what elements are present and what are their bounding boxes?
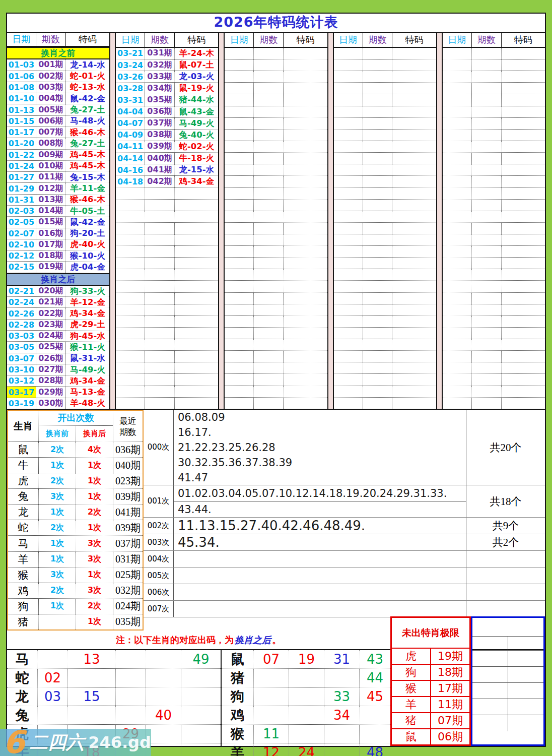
draw-date: 02-12 xyxy=(7,250,36,261)
empty-cell xyxy=(502,386,545,397)
draw-date: 04-04 xyxy=(116,106,145,117)
empty-cell xyxy=(363,130,393,141)
period-column-header: 期数 xyxy=(254,33,284,47)
empty-cell xyxy=(502,293,545,304)
empty-cell xyxy=(254,118,284,129)
empty-cell xyxy=(472,293,502,304)
frequency-row: 005次 xyxy=(144,568,545,584)
before-swap-header: 换肖前 xyxy=(39,426,76,442)
note-link[interactable]: 换肖之后 xyxy=(235,634,271,646)
empty-cell xyxy=(181,725,221,743)
period-column-header: 期数 xyxy=(36,33,66,46)
draw-row: 04-18042期鸡-34-金 xyxy=(116,176,218,187)
empty-cell xyxy=(284,48,327,59)
empty-cell xyxy=(284,153,327,164)
draw-period: 007期 xyxy=(36,127,66,138)
zodiac-name: 蛇 xyxy=(7,669,38,687)
empty-cell xyxy=(363,211,393,222)
empty-row xyxy=(116,234,218,246)
empty-row xyxy=(225,176,327,187)
empty-cell xyxy=(334,48,363,59)
empty-grid-row xyxy=(472,637,543,651)
empty-cell xyxy=(392,374,436,385)
watermark-domain[interactable]: 246.gd xyxy=(88,733,151,752)
draw-date: 03-17 xyxy=(7,387,36,397)
empty-cell xyxy=(502,328,545,339)
empty-row xyxy=(225,246,327,258)
frequency-row: 006次 xyxy=(144,584,545,601)
limit-row: 羊11期 xyxy=(392,697,469,713)
zodiac-name: 龙 xyxy=(8,505,39,520)
empty-row xyxy=(334,130,436,141)
draw-row: 02-10017期虎-40-火 xyxy=(7,239,109,250)
empty-cell xyxy=(472,258,502,269)
after-count: 1次 xyxy=(76,473,113,488)
frequency-numbers xyxy=(174,551,466,567)
empty-row xyxy=(443,187,545,199)
empty-cell xyxy=(38,650,68,668)
empty-cell xyxy=(254,386,284,397)
draw-period: 034期 xyxy=(145,83,175,94)
empty-cell xyxy=(175,223,218,234)
empty-cell xyxy=(289,706,324,724)
empty-cell xyxy=(472,176,502,187)
empty-row xyxy=(116,328,218,339)
empty-cell xyxy=(145,386,175,397)
empty-row xyxy=(334,234,436,246)
zodiac-stats-row: 牛1次1次040期 xyxy=(8,458,143,473)
empty-cell xyxy=(116,258,145,269)
empty-cell xyxy=(502,316,545,327)
empty-cell xyxy=(284,200,327,211)
draw-row: 04-09038期兔-40-火 xyxy=(116,130,218,141)
stats-band: 生肖 开出次数 换肖前 换肖后 最近 期数 鼠2次4次036期牛1次1次040期… xyxy=(7,410,545,631)
empty-cell xyxy=(116,304,145,316)
zodiac-name: 虎 xyxy=(8,473,39,488)
code-number: 02 xyxy=(38,669,68,687)
empty-cell xyxy=(443,398,472,409)
numbers-line: 16.17. xyxy=(178,425,466,440)
empty-row xyxy=(225,223,327,234)
empty-cell xyxy=(284,351,327,362)
empty-cell xyxy=(502,83,545,94)
empty-cell xyxy=(181,706,221,724)
empty-cell xyxy=(363,164,393,175)
limit-periods: 06期 xyxy=(431,729,469,744)
draw-code: 鸡-45-木 xyxy=(66,150,109,160)
draw-period: 012期 xyxy=(36,183,66,194)
empty-cell xyxy=(502,258,545,269)
draw-code: 狗-33-火 xyxy=(66,286,109,296)
watermark-six: 6 xyxy=(3,729,25,756)
watermark-brand: 二四六 xyxy=(30,730,84,755)
empty-cell xyxy=(443,130,472,141)
empty-grid-row xyxy=(472,699,543,715)
empty-cell xyxy=(284,211,327,222)
draw-period: 038期 xyxy=(145,130,175,141)
draw-period: 004期 xyxy=(36,93,66,104)
empty-cell xyxy=(392,71,436,82)
empty-cell xyxy=(472,715,508,731)
empty-cell xyxy=(254,130,284,141)
empty-row xyxy=(334,153,436,164)
empty-cell xyxy=(254,176,284,187)
draw-date: 03-03 xyxy=(7,331,36,341)
empty-row xyxy=(443,106,545,118)
numbers-line: 21.22.23.25.26.28 xyxy=(178,440,466,455)
watermark: 6 二四六 246.gd xyxy=(0,729,151,756)
numbers-line: 11.13.15.27.40.42.46.48.49. xyxy=(178,518,466,533)
empty-cell xyxy=(472,667,508,682)
draw-period: 011期 xyxy=(36,172,66,182)
zodiac-name: 鸡 xyxy=(222,706,254,724)
before-count: 2次 xyxy=(39,442,76,457)
empty-row xyxy=(116,316,218,328)
empty-cell xyxy=(443,141,472,152)
draw-code: 牛-18-火 xyxy=(175,153,218,164)
limit-row: 猴17期 xyxy=(392,681,469,697)
empty-cell xyxy=(145,258,175,269)
draw-row: 01-29012期羊-11-金 xyxy=(7,183,109,194)
draw-date: 01-29 xyxy=(7,183,36,194)
group-header: 日期 期数 特码 xyxy=(116,33,218,48)
frequency-label: 002次 xyxy=(144,518,174,534)
draw-date: 04-11 xyxy=(116,141,145,152)
column-separator xyxy=(436,33,443,409)
empty-cell xyxy=(472,351,502,362)
